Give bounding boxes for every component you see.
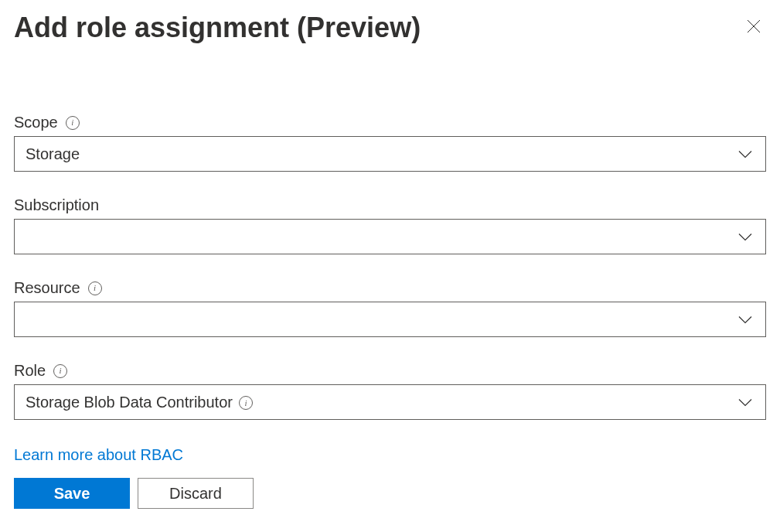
action-buttons: Save Discard: [14, 478, 766, 509]
role-select[interactable]: Storage Blob Data Contributori: [14, 384, 766, 420]
chevron-down-icon: [737, 228, 753, 246]
subscription-select[interactable]: [14, 219, 766, 254]
field-scope: Scope i Storage: [14, 114, 766, 172]
panel-header: Add role assignment (Preview): [14, 11, 766, 44]
role-label: Role: [14, 362, 46, 380]
chevron-down-icon: [737, 394, 753, 411]
scope-label: Scope: [14, 114, 58, 131]
info-icon[interactable]: i: [88, 281, 102, 295]
field-role: Role i Storage Blob Data Contributori: [14, 362, 766, 420]
scope-value: Storage: [26, 145, 80, 163]
chevron-down-icon: [737, 145, 753, 163]
info-icon[interactable]: i: [239, 396, 253, 410]
close-icon: [746, 19, 761, 34]
field-resource: Resource i: [14, 279, 766, 337]
chevron-down-icon: [737, 311, 753, 329]
scope-select[interactable]: Storage: [14, 136, 766, 172]
subscription-label: Subscription: [14, 196, 99, 214]
resource-label: Resource: [14, 279, 80, 297]
close-button[interactable]: [741, 14, 766, 39]
info-icon[interactable]: i: [66, 116, 80, 130]
field-subscription: Subscription: [14, 196, 766, 254]
discard-button[interactable]: Discard: [138, 478, 254, 509]
resource-select[interactable]: [14, 302, 766, 337]
role-value-text: Storage Blob Data Contributor: [26, 394, 233, 411]
role-value: Storage Blob Data Contributori: [26, 394, 253, 411]
page-title: Add role assignment (Preview): [14, 11, 421, 44]
learn-more-link[interactable]: Learn more about RBAC: [14, 446, 183, 464]
info-icon[interactable]: i: [53, 364, 67, 378]
save-button[interactable]: Save: [14, 478, 130, 509]
